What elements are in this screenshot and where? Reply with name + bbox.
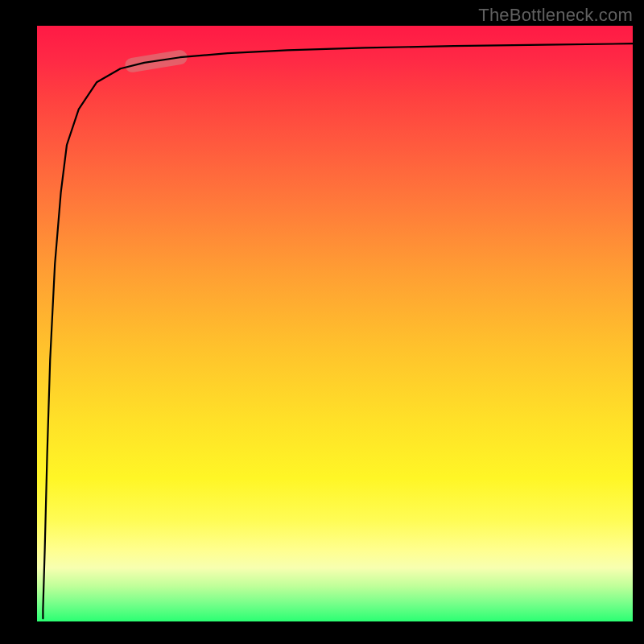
curve-layer <box>0 0 644 644</box>
main-curve <box>43 43 633 618</box>
watermark-text: TheBottleneck.com <box>478 5 633 26</box>
chart-container: TheBottleneck.com <box>0 0 644 644</box>
